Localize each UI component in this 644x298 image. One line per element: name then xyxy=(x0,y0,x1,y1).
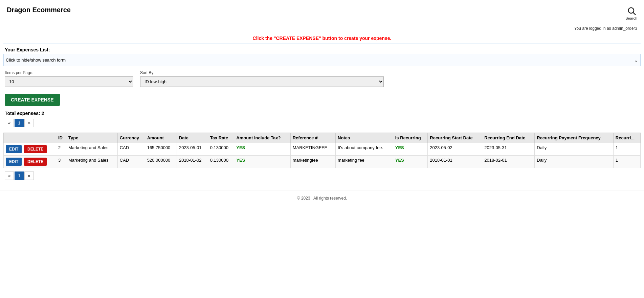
row-notes: It's about company fee. xyxy=(336,143,393,156)
edit-button[interactable]: EDIT xyxy=(6,145,22,153)
row-type: Marketing and Sales xyxy=(66,156,118,168)
row-amount-include-tax: YES xyxy=(234,156,290,168)
row-is-recurring: YES xyxy=(393,143,428,156)
col-actions xyxy=(4,133,56,143)
row-date: 2018-01-02 xyxy=(177,156,208,168)
row-id: 3 xyxy=(56,156,66,168)
row-id: 2 xyxy=(56,143,66,156)
app-logo: Dragon Ecommerce xyxy=(7,6,71,14)
search-icon xyxy=(627,6,636,16)
items-per-page-group: Items per Page: 10 25 50 100 xyxy=(5,70,133,87)
footer: © 2023 . All rights reserved. xyxy=(0,190,644,206)
pagination-top: « 1 » xyxy=(3,117,641,131)
table-header-row: ID Type Currency Amount Date Tax Rate Am… xyxy=(4,133,641,143)
row-amount-include-tax: YES xyxy=(234,143,290,156)
row-amount: 165.750000 xyxy=(145,143,177,156)
create-expense-button[interactable]: CREATE EXPENSE xyxy=(5,94,60,106)
col-reference: Reference # xyxy=(290,133,335,143)
col-is-recurring: Is Recurring xyxy=(393,133,428,143)
delete-button[interactable]: DELETE xyxy=(24,158,47,166)
page-1-button-bottom[interactable]: 1 xyxy=(15,171,24,180)
row-recurring-freq: Daily xyxy=(535,143,614,156)
search-toggle-bar[interactable]: Click to hide/show search form ⌄ xyxy=(3,54,641,66)
row-notes: marketing fee xyxy=(336,156,393,168)
col-recurring-freq: Recurring Payment Frequency xyxy=(535,133,614,143)
table-row: EDIT DELETE 3 Marketing and Sales CAD 52… xyxy=(4,156,641,168)
header: Dragon Ecommerce Search xyxy=(0,0,644,24)
chevron-down-icon: ⌄ xyxy=(634,57,638,63)
row-currency: CAD xyxy=(117,143,145,156)
col-recurring-start: Recurring Start Date xyxy=(428,133,482,143)
row-actions: EDIT DELETE xyxy=(4,156,56,168)
section-title: Your Expenses List: xyxy=(3,44,641,54)
expenses-table: ID Type Currency Amount Date Tax Rate Am… xyxy=(3,133,641,168)
login-info: You are logged in as admin_order3 xyxy=(574,26,637,31)
login-bar: You are logged in as admin_order3 xyxy=(0,24,644,33)
row-recurring-freq: Daily xyxy=(535,156,614,168)
svg-line-1 xyxy=(633,13,635,15)
row-recurring-extra: 1 xyxy=(613,143,640,156)
col-recurring-end: Recurring End Date xyxy=(482,133,535,143)
first-page-button-bottom[interactable]: « xyxy=(5,171,14,180)
col-type: Type xyxy=(66,133,118,143)
col-currency: Currency xyxy=(117,133,145,143)
edit-button[interactable]: EDIT xyxy=(6,158,22,166)
col-tax-rate: Tax Rate xyxy=(208,133,234,143)
filter-row: Items per Page: 10 25 50 100 Sort By: ID… xyxy=(3,67,641,90)
row-amount: 520.000000 xyxy=(145,156,177,168)
sort-by-group: Sort By: ID low-high ID high-low Amount … xyxy=(140,70,384,87)
row-recurring-end: 2018-02-01 xyxy=(482,156,535,168)
search-toggle-label: Click to hide/show search form xyxy=(6,58,66,63)
row-tax-rate: 0.130000 xyxy=(208,143,234,156)
items-per-page-select[interactable]: 10 25 50 100 xyxy=(5,76,133,87)
row-tax-rate: 0.130000 xyxy=(208,156,234,168)
create-expense-wrapper: CREATE EXPENSE xyxy=(3,90,641,109)
row-is-recurring: YES xyxy=(393,156,428,168)
delete-button[interactable]: DELETE xyxy=(24,145,47,153)
col-id: ID xyxy=(56,133,66,143)
first-page-button[interactable]: « xyxy=(5,119,14,127)
row-reference: MARKETINGFEE xyxy=(290,143,335,156)
search-button[interactable]: Search xyxy=(625,6,637,20)
search-label: Search xyxy=(625,16,637,20)
row-date: 2023-05-01 xyxy=(177,143,208,156)
table-row: EDIT DELETE 2 Marketing and Sales CAD 16… xyxy=(4,143,641,156)
footer-text: © 2023 . All rights reserved. xyxy=(297,196,347,201)
col-amount-include-tax: Amount Include Tax? xyxy=(234,133,290,143)
col-notes: Notes xyxy=(336,133,393,143)
row-recurring-extra: 1 xyxy=(613,156,640,168)
total-expenses-label: Total expenses: 2 xyxy=(3,109,641,117)
items-per-page-label: Items per Page: xyxy=(5,70,133,75)
col-date: Date xyxy=(177,133,208,143)
row-reference: marketingfee xyxy=(290,156,335,168)
row-recurring-end: 2023-05-31 xyxy=(482,143,535,156)
next-page-button-bottom[interactable]: » xyxy=(24,171,34,180)
pagination-bottom: « 1 » xyxy=(3,170,641,183)
col-recurring-extra: Recurri... xyxy=(613,133,640,143)
row-currency: CAD xyxy=(117,156,145,168)
row-recurring-start: 2018-01-01 xyxy=(428,156,482,168)
sort-by-label: Sort By: xyxy=(140,70,384,75)
row-recurring-start: 2023-05-02 xyxy=(428,143,482,156)
main-content: Your Expenses List: Click to hide/show s… xyxy=(0,44,644,183)
page-1-button[interactable]: 1 xyxy=(15,119,24,127)
next-page-button[interactable]: » xyxy=(24,119,34,127)
sort-by-select[interactable]: ID low-high ID high-low Amount low-high … xyxy=(140,76,384,87)
row-type: Marketing and Sales xyxy=(66,143,118,156)
row-actions: EDIT DELETE xyxy=(4,143,56,156)
col-amount: Amount xyxy=(145,133,177,143)
alert-message: Click the "CREATE EXPENSE" button to cre… xyxy=(0,33,644,44)
